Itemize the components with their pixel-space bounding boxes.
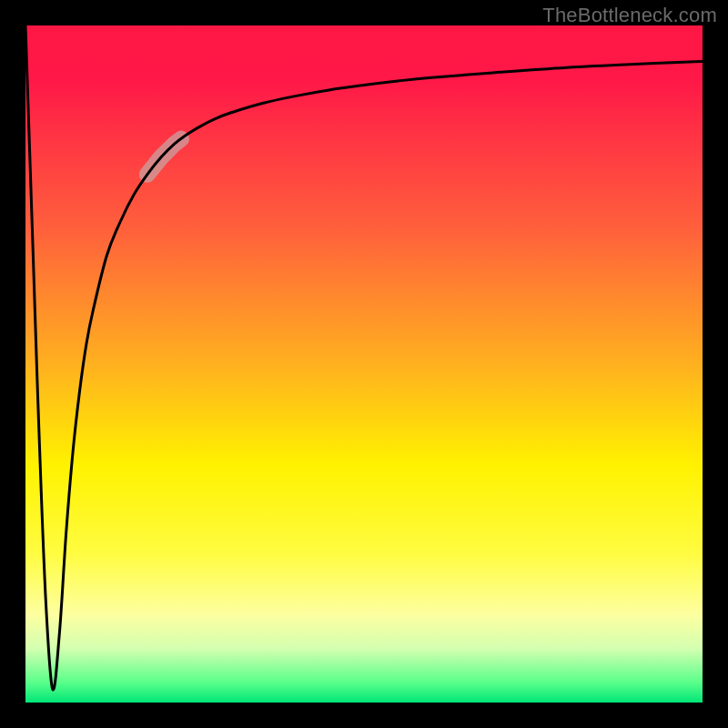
chart-plot-area — [25, 25, 703, 703]
chart-svg — [25, 25, 703, 703]
watermark-text: TheBottleneck.com — [542, 4, 717, 27]
gradient-background — [25, 25, 703, 703]
